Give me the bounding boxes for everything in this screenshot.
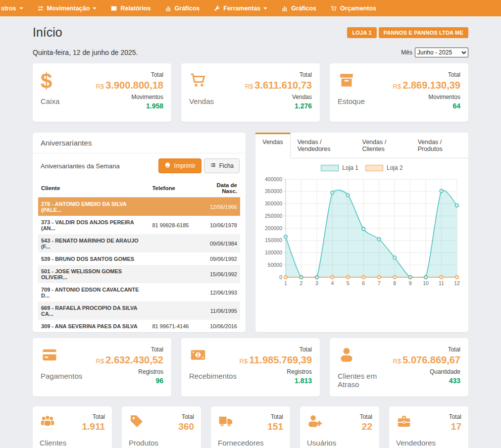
nav-item-graficos[interactable]: Gráficos	[158, 0, 207, 16]
nav-item-graficos[interactable]: Gráficos	[274, 0, 323, 16]
tab-vendas[interactable]: Vendas	[255, 133, 291, 158]
month-select[interactable]: Junho - 2025	[415, 48, 468, 57]
total-value: R$2.869.130,39	[393, 80, 460, 92]
count-card-name: Produtos	[129, 439, 194, 447]
store-badge-loja-1[interactable]: LOJA 1	[347, 27, 376, 38]
stat-name: Clientes em Atraso	[338, 372, 393, 389]
nav-item-stros[interactable]: stros	[0, 0, 30, 16]
phone-cell	[149, 265, 200, 283]
client-cell: 278 - ANTONIO EMIDIO DA SILVA (PALE...	[38, 198, 149, 216]
nav-item-orcamentos[interactable]: Orçamentos	[323, 0, 383, 16]
svg-text:200000: 200000	[265, 225, 282, 231]
tab-vendas-clientes[interactable]: Vendas / Clientes	[355, 133, 411, 158]
phone-cell	[149, 283, 200, 301]
count-card-name: Clientes	[40, 439, 105, 447]
nav-item-movimentacao[interactable]: Movimentação	[30, 0, 104, 16]
nav-item-label: Gráficos	[291, 5, 316, 12]
svg-text:10: 10	[423, 280, 429, 286]
birthdate-cell: 15/06/1992	[200, 265, 240, 283]
client-cell: 669 - RAFAELA PROCOPIO DA SILVA CA...	[38, 301, 149, 320]
caret-down-icon	[19, 7, 23, 9]
svg-text:250000: 250000	[265, 213, 282, 219]
printer-icon	[164, 162, 171, 170]
svg-text:8: 8	[393, 280, 396, 286]
total-value: 22	[360, 421, 372, 432]
svg-text:9: 9	[409, 280, 412, 286]
total-label: Total	[393, 346, 460, 353]
count-value: 433	[393, 377, 460, 385]
client-cell: 539 - BRUNO DOS SANTOS GOMES	[38, 252, 149, 265]
birthdate-cell: 10/06/1978	[200, 216, 240, 234]
svg-text:1: 1	[197, 352, 200, 358]
current-date: Quinta-feira, 12 de junho de 2025.	[33, 49, 138, 56]
svg-text:100000: 100000	[265, 249, 282, 255]
svg-text:150000: 150000	[265, 237, 282, 243]
stat-row-1: $CaixaTotalR$3.900.800,18Movimentos1.958…	[33, 63, 468, 122]
birthday-row[interactable]: 669 - RAFAELA PROCOPIO DA SILVA CA...11/…	[38, 301, 240, 320]
birthday-row[interactable]: 501 - JOSE WELISSON GOMES OLIVEIR...15/0…	[38, 265, 240, 283]
birthdate-cell: 09/06/1992	[200, 252, 240, 265]
count-card-usuarios: Total22Usuários	[300, 406, 379, 448]
stat-name: Vendas	[189, 97, 214, 105]
birthdays-table: Cliente Telefone Data de Nasc. 278 - ANT…	[38, 179, 240, 332]
total-label: Total	[82, 413, 105, 420]
total-value: 360	[178, 421, 194, 432]
svg-text:3: 3	[315, 280, 318, 286]
birthday-row[interactable]: 543 - RENATO MARINHO DE ARAUJO (F...09/0…	[38, 234, 240, 252]
tab-vendas-vendedores[interactable]: Vendas / Vendedores	[291, 133, 355, 158]
nav-item-ferramentas[interactable]: Ferramentas	[206, 0, 274, 16]
count-card-name: Usuários	[307, 439, 372, 447]
cart-icon	[189, 71, 207, 91]
total-label: Total	[245, 71, 312, 78]
nav-item-relatorios[interactable]: Relatórios	[103, 0, 157, 16]
chart-tabs: VendasVendas / VendedoresVendas / Client…	[255, 133, 468, 158]
count-value: 1.813	[240, 377, 312, 385]
count-label: Movimentos	[393, 94, 460, 100]
store-badges: LOJA 1PANNOS E PANNOS LTDA ME	[347, 27, 468, 38]
col-birthdate: Data de Nasc.	[200, 179, 240, 198]
nav-item-label: Orçamentos	[340, 5, 376, 12]
svg-text:300000: 300000	[265, 200, 282, 206]
caret-down-icon	[93, 7, 97, 9]
sales-chart-card: VendasVendas / VendedoresVendas / Client…	[255, 133, 468, 332]
legend-item-loja-2[interactable]: Loja 2	[365, 164, 403, 171]
count-card-fornecedores: Total151Fornecedores	[211, 406, 290, 448]
phone-cell: 81 99828-6185	[149, 216, 200, 234]
birthday-row[interactable]: 373 - VALDIR DOS ANJOS PEREIRA (AN...81 …	[38, 216, 240, 234]
stat-card-vendas: VendasTotalR$3.611.610,73Vendas1.276	[181, 63, 320, 122]
svg-text:0: 0	[279, 274, 282, 280]
nav-item-label: Relatórios	[120, 5, 150, 12]
nav-item-label: Gráficos	[175, 5, 200, 12]
count-value: 64	[393, 102, 460, 110]
birthday-row[interactable]: 709 - ANTONIO EDSON CAVALCANTE D...12/06…	[38, 283, 240, 301]
total-value: R$5.076.869,67	[393, 354, 460, 367]
legend-item-loja-1[interactable]: Loja 1	[321, 164, 358, 171]
table-icon	[110, 5, 117, 12]
birthday-row[interactable]: 539 - BRUNO DOS SANTOS GOMES09/06/1992	[38, 252, 240, 265]
chart-icon	[165, 5, 172, 12]
svg-text:400000: 400000	[265, 176, 282, 182]
phone-cell	[149, 198, 200, 216]
store-badge-pannos-e-pannos-ltda-me[interactable]: PANNOS E PANNOS LTDA ME	[379, 27, 468, 38]
nav-item-label: Ferramentas	[223, 5, 260, 12]
svg-text:50000: 50000	[268, 262, 282, 268]
count-value: 1.276	[245, 102, 312, 110]
birthdate-cell: 11/06/1995	[200, 301, 240, 320]
total-label: Total	[240, 346, 312, 353]
total-value: R$3.900.800,18	[96, 80, 163, 92]
birthdate-cell: 12/06/1993	[200, 283, 240, 301]
ficha-button-label: Ficha	[219, 162, 234, 169]
count-card-name: Fornecedores	[218, 439, 283, 447]
svg-text:4: 4	[331, 280, 334, 286]
print-button-label: Imprimir	[174, 162, 195, 169]
birthday-row[interactable]: 278 - ANTONIO EMIDIO DA SILVA (PALE...12…	[38, 198, 240, 216]
print-button[interactable]: Imprimir	[158, 158, 201, 173]
legend-swatch	[365, 165, 383, 171]
birthday-row[interactable]: 309 - ANA SEVERINA PAES DA SILVA81 99671…	[38, 320, 240, 332]
total-value: 1.911	[82, 421, 105, 432]
total-label: Total	[449, 413, 461, 420]
cardpay-icon	[41, 346, 58, 366]
svg-text:5: 5	[347, 280, 350, 286]
ficha-button[interactable]: Ficha	[204, 158, 240, 173]
tab-vendas-produtos[interactable]: Vendas / Produtos	[411, 133, 468, 158]
